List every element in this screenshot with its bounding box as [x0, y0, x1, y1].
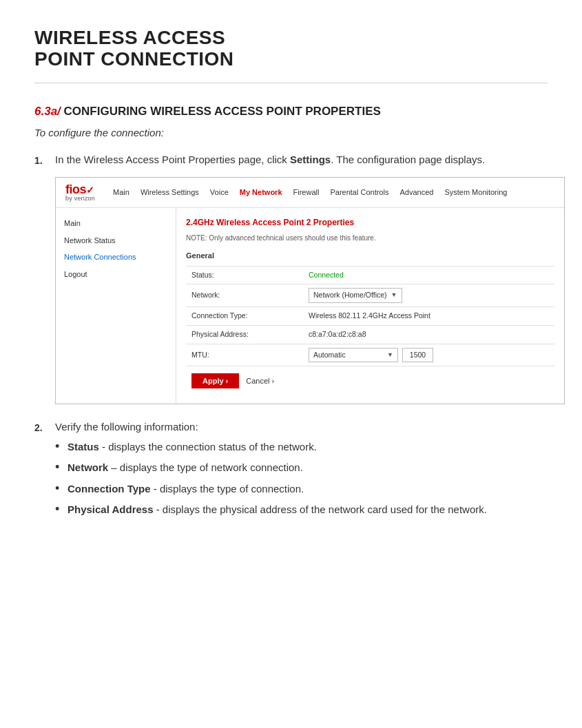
sc-label-network: Network: [191, 290, 309, 301]
sc-sidebar: Main Network Status Network Connections … [56, 208, 176, 404]
bullet-physical-address: • Physical Address - displays the physic… [55, 502, 487, 518]
chevron-down-icon-mtu: ▼ [387, 351, 393, 360]
nav-item-my-network[interactable]: My Network [234, 185, 288, 200]
step-1-number: 1. [34, 152, 55, 168]
sc-label-physical-address: Physical Address: [191, 329, 309, 340]
sc-label-connection-type: Connection Type: [191, 311, 309, 322]
fios-logo: fios✓ by verizon [65, 183, 95, 202]
screenshot-box: fios✓ by verizon Main Wireless Settings … [55, 177, 565, 404]
sc-buttons-row: Apply › Cancel › [186, 366, 554, 395]
bullet-status: • Status - displays the connection statu… [55, 439, 487, 455]
nav-item-firewall[interactable]: Firewall [288, 185, 325, 200]
nav-item-wireless-settings[interactable]: Wireless Settings [135, 185, 205, 200]
sc-dropdown-mtu[interactable]: Automatic ▼ [309, 348, 398, 363]
sc-main-content: 2.4GHz Wireless Access Point 2 Propertie… [176, 208, 564, 404]
cancel-button[interactable]: Cancel › [246, 377, 274, 385]
sidebar-item-network-connections[interactable]: Network Connections [64, 249, 167, 266]
sc-row-physical-address: Physical Address: c8:a7:0a:d2:c8:a8 [186, 325, 554, 344]
sc-mtu-input[interactable]: 1500 [402, 348, 433, 363]
step-1-text: In the Wireless Access Point Properties … [55, 152, 565, 408]
sc-mtu-row: Automatic ▼ 1500 [309, 348, 433, 363]
intro-text: To configure the connection: [34, 125, 548, 141]
bullet-dot-2: • [55, 460, 67, 475]
step-2: 2. Verify the following information: • S… [34, 419, 548, 523]
bullet-network: • Network – displays the type of network… [55, 460, 487, 476]
sidebar-item-network-status[interactable]: Network Status [64, 232, 167, 249]
sidebar-item-main[interactable]: Main [64, 215, 167, 232]
screenshot-content: Main Network Status Network Connections … [56, 208, 564, 404]
fios-nav: Main Wireless Settings Voice My Network … [107, 185, 554, 200]
chevron-down-icon: ▼ [391, 291, 397, 300]
fios-header: fios✓ by verizon Main Wireless Settings … [56, 178, 564, 208]
step-2-text: Verify the following information: • Stat… [55, 419, 487, 523]
bullet-connection-type-text: Connection Type - displays the type of c… [67, 481, 304, 497]
sc-value-connection-type: Wireless 802.11 2.4GHz Access Point [309, 311, 549, 322]
nav-item-advanced[interactable]: Advanced [394, 185, 439, 200]
nav-item-voice[interactable]: Voice [205, 185, 234, 200]
sc-note: NOTE: Only advanced technical users shou… [186, 233, 554, 243]
page-title: WIRELESS ACCESS POINT CONNECTION [34, 28, 548, 70]
section-heading: 6.3a/ CONFIGURING WIRELESS ACCESS POINT … [34, 103, 548, 121]
sc-main-title: 2.4GHz Wireless Access Point 2 Propertie… [186, 216, 554, 229]
sc-row-connection-type: Connection Type: Wireless 802.11 2.4GHz … [186, 306, 554, 325]
sc-label-mtu: MTU: [191, 350, 309, 361]
nav-item-main[interactable]: Main [107, 185, 135, 200]
bullet-status-text: Status - displays the connection status … [67, 439, 317, 455]
bullet-network-text: Network – displays the type of network c… [67, 460, 303, 476]
bullet-list: • Status - displays the connection statu… [55, 439, 487, 518]
bullet-dot-3: • [55, 481, 67, 497]
step-2-number: 2. [34, 419, 55, 435]
sc-dropdown-network[interactable]: Network (Home/Office) ▼ [309, 288, 402, 303]
bullet-dot-1: • [55, 439, 67, 455]
nav-item-parental-controls[interactable]: Parental Controls [324, 185, 394, 200]
sc-section-label: General [186, 249, 554, 263]
sc-row-network: Network: Network (Home/Office) ▼ [186, 284, 554, 306]
nav-item-system-monitoring[interactable]: System Monitoring [439, 185, 512, 200]
step-1: 1. In the Wireless Access Point Properti… [34, 152, 548, 408]
steps-list: 1. In the Wireless Access Point Properti… [34, 152, 548, 523]
sc-value-physical-address: c8:a7:0a:d2:c8:a8 [309, 329, 549, 340]
section-divider [34, 83, 548, 83]
bullet-connection-type: • Connection Type - displays the type of… [55, 481, 487, 497]
sidebar-item-logout[interactable]: Logout [64, 266, 167, 283]
bullet-physical-address-text: Physical Address - displays the physical… [67, 502, 487, 518]
logo-sub-text: by verizon [65, 196, 95, 202]
sc-value-status: Connected [309, 270, 549, 281]
sc-row-status: Status: Connected [186, 266, 554, 284]
apply-button[interactable]: Apply › [191, 373, 239, 388]
bullet-dot-4: • [55, 502, 67, 517]
sc-row-mtu: MTU: Automatic ▼ 1500 [186, 344, 554, 366]
sc-dropdown-network-value: Network (Home/Office) [313, 290, 387, 301]
sc-dropdown-mtu-value: Automatic [313, 350, 346, 361]
sc-label-status: Status: [191, 270, 309, 281]
logo-fios-text: fios✓ [65, 183, 95, 196]
